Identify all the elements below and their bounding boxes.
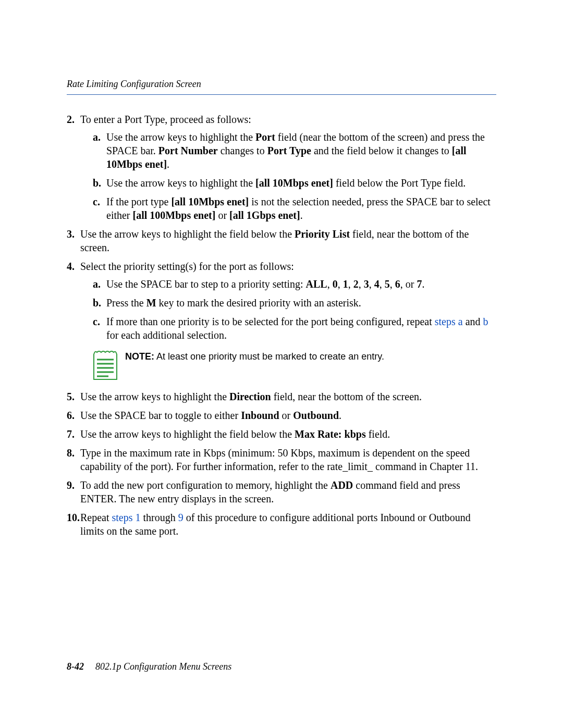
step-marker: 5. — [67, 390, 75, 403]
step-marker: 10. — [67, 511, 80, 524]
val: 5 — [385, 278, 390, 290]
text: . — [300, 209, 303, 221]
text: Type in the maximum rate in Kbps (minimu… — [80, 447, 478, 472]
step-9: 9. To add the new port configuration to … — [67, 478, 496, 505]
text: , or — [400, 278, 417, 290]
link-steps-a[interactable]: steps a — [435, 316, 463, 327]
text: Use the arrow keys to highlight the — [106, 177, 255, 189]
val: ALL — [306, 278, 327, 290]
step-10: 10. Repeat steps 1 through 9 of this pro… — [67, 511, 496, 538]
command-add: ADD — [331, 479, 353, 491]
step-2a: a. Use the arrow keys to highlight the P… — [93, 130, 496, 171]
text: . — [167, 158, 169, 170]
step-text: To enter a Port Type, proceed as follows… — [80, 114, 251, 125]
key-m: M — [146, 297, 156, 309]
step-text: Select the priority setting(s) for the p… — [80, 261, 294, 272]
note-icon — [93, 349, 118, 380]
link-step-b[interactable]: b — [483, 316, 488, 327]
option-inbound: Inbound — [241, 410, 279, 421]
text: and — [463, 316, 483, 327]
text: Repeat — [80, 512, 112, 523]
procedure-list: 2. To enter a Port Type, proceed as foll… — [67, 113, 496, 538]
note-body: At least one priority must be marked to … — [154, 351, 384, 362]
step-2: 2. To enter a Port Type, proceed as foll… — [67, 113, 496, 222]
step-3: 3. Use the arrow keys to highlight the f… — [67, 227, 496, 254]
field-max-rate: Max Rate: kbps — [295, 428, 366, 440]
text: If more than one priority is to be selec… — [106, 316, 435, 327]
step-7: 7. Use the arrow keys to highlight the f… — [67, 427, 496, 441]
step-4: 4. Select the priority setting(s) for th… — [67, 260, 496, 380]
step-marker: 9. — [67, 478, 75, 492]
val: 4 — [374, 278, 380, 290]
field-all-10mbps: [all 10Mbps enet] — [255, 177, 333, 189]
step-4a: a. Use the SPACE bar to step to a priori… — [93, 277, 496, 291]
step-marker: 4. — [67, 260, 75, 273]
text: . — [422, 278, 424, 290]
step-5: 5. Use the arrow keys to highlight the D… — [67, 390, 496, 403]
substep-marker: a. — [93, 130, 101, 144]
step-marker: 2. — [67, 113, 75, 126]
substep-marker: b. — [93, 176, 101, 190]
option-outbound: Outbound — [293, 410, 339, 421]
text: through — [141, 512, 178, 523]
footer-title: 802.1p Configuration Menu Screens — [95, 661, 231, 672]
page-footer: 8-42802.1p Configuration Menu Screens — [67, 661, 231, 673]
field-all-10mbps: [all 10Mbps enet] — [171, 196, 249, 207]
substep-marker: a. — [93, 277, 101, 291]
text: , — [338, 278, 343, 290]
text: Use the arrow keys to highlight the fiel… — [80, 228, 295, 240]
field-all-1gbps: [all 1Gbps enet] — [229, 209, 300, 221]
text: for each additional selection. — [106, 329, 227, 341]
link-steps-1[interactable]: steps 1 — [112, 512, 141, 523]
text: and the field below it changes to — [311, 145, 452, 156]
step-marker: 7. — [67, 427, 75, 441]
note-block: NOTE: At least one priority must be mark… — [93, 349, 496, 380]
link-step-9[interactable]: 9 — [178, 512, 183, 523]
text: field. — [366, 428, 390, 440]
val: 6 — [395, 278, 400, 290]
text: key to mark the desired priority with an… — [156, 297, 361, 309]
text: Use the arrow keys to highlight the — [106, 131, 255, 143]
step-4c: c. If more than one priority is to be se… — [93, 315, 496, 342]
step-2c: c. If the port type [all 10Mbps enet] is… — [93, 195, 496, 222]
step-marker: 6. — [67, 409, 75, 422]
running-head: Rate Limiting Configuration Screen — [67, 78, 496, 95]
text: field below the Port Type field. — [333, 177, 466, 189]
substeps: a. Use the SPACE bar to step to a priori… — [93, 277, 496, 342]
text: or — [215, 209, 229, 221]
field-port: Port — [255, 131, 275, 143]
text: or — [279, 410, 293, 421]
field-port-number: Port Number — [158, 145, 218, 156]
text: Use the SPACE bar to toggle to either — [80, 410, 241, 421]
field-priority-list: Priority List — [295, 228, 350, 240]
text: , — [359, 278, 364, 290]
step-4b: b. Press the M key to mark the desired p… — [93, 296, 496, 310]
field-all-100mbps: [all 100Mbps enet] — [133, 209, 216, 221]
text: If the port type — [106, 196, 171, 207]
text: , — [369, 278, 374, 290]
step-8: 8. Type in the maximum rate in Kbps (min… — [67, 446, 496, 473]
substep-marker: c. — [93, 315, 100, 328]
substep-marker: b. — [93, 296, 101, 310]
val: 3 — [364, 278, 369, 290]
note-text: NOTE: At least one priority must be mark… — [125, 349, 384, 363]
note-label: NOTE: — [125, 351, 154, 362]
text: , — [327, 278, 333, 290]
text: , — [348, 278, 353, 290]
field-port-type: Port Type — [267, 145, 311, 156]
val: 0 — [333, 278, 338, 290]
val: 1 — [343, 278, 348, 290]
step-2b: b. Use the arrow keys to highlight the [… — [93, 176, 496, 190]
text: To add the new port configuration to mem… — [80, 479, 331, 491]
text: Use the arrow keys to highlight the fiel… — [80, 428, 295, 440]
text: Press the — [106, 297, 146, 309]
step-6: 6. Use the SPACE bar to toggle to either… — [67, 409, 496, 422]
text: , — [380, 278, 385, 290]
page-number: 8-42 — [67, 661, 84, 672]
val: 7 — [417, 278, 422, 290]
step-marker: 3. — [67, 227, 75, 241]
text: changes to — [218, 145, 267, 156]
substeps: a. Use the arrow keys to highlight the P… — [93, 130, 496, 222]
substep-marker: c. — [93, 195, 100, 208]
step-marker: 8. — [67, 446, 75, 460]
